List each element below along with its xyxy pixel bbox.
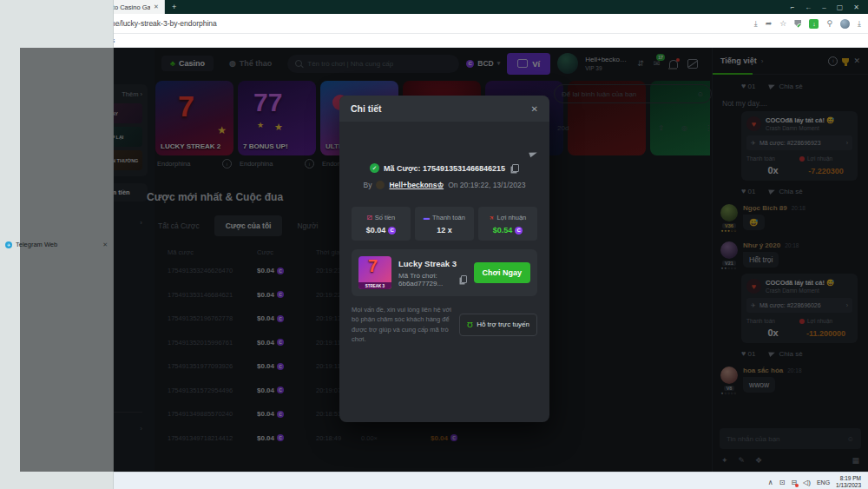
- bet-id: 1754913531466846215: [423, 164, 505, 173]
- browser-tab-bar: cốc cốc b BC.Game: Crypto Casino Ga ✕ $ …: [0, 0, 868, 14]
- bet-detail-modal: Chi tiết ✕ ✓ Mã Cược: 175491353146684621…: [339, 96, 549, 422]
- mini-avatar: [376, 181, 385, 189]
- display-icon[interactable]: ⊡: [779, 479, 786, 486]
- hidden-icons-chevron[interactable]: ∧: [768, 479, 773, 486]
- save-page-icon[interactable]: ⤓: [754, 19, 758, 29]
- game-summary-card: 7 STREAK 3 Lucky Streak 3 Mã Trò chơi: 6…: [352, 249, 537, 296]
- close-window-button[interactable]: ✕: [853, 3, 859, 11]
- volume-icon[interactable]: ◁): [803, 479, 811, 486]
- wallet-icon: ▬: [424, 215, 430, 221]
- system-tray: ∧ ⊡ ⊟ ◁) ENG 8:19 PM 1/13/2023: [768, 475, 868, 489]
- share-bet-icon[interactable]: [529, 144, 537, 160]
- telegram-favicon: ✈: [5, 241, 12, 248]
- coin-icon: [515, 227, 523, 235]
- rocket-icon: ✈: [488, 214, 496, 222]
- copy-icon[interactable]: [461, 275, 466, 283]
- share-icon[interactable]: ➦: [766, 19, 773, 28]
- bettor-username[interactable]: Hell+beckons♔: [389, 181, 444, 189]
- play-now-button[interactable]: Chơi Ngay: [474, 262, 530, 283]
- profile-avatar[interactable]: [840, 19, 850, 29]
- support-note: Mọi vấn đề, xin vui lòng liên hệ với bộ …: [352, 305, 452, 344]
- headset-icon: Ω: [467, 320, 473, 329]
- by-label: By: [364, 181, 372, 189]
- game-thumbnail: 7 STREAK 3: [358, 256, 391, 289]
- taskbar-clock[interactable]: 8:19 PM 1/13/2023: [836, 475, 861, 489]
- game-id: Mã Trò chơi: 6b6ad77729...: [398, 272, 458, 287]
- dice-icon: ⚂: [367, 215, 372, 221]
- modal-title: Chi tiết: [351, 103, 382, 114]
- stat-amount: ⚂Số tiền $0.04: [352, 207, 411, 241]
- bcgame-page: ☰ b BC.GAME Đặc quyền VIP của tôi Thêm ›…: [20, 48, 868, 472]
- stat-payout: ▬Thanh toán 12 x: [415, 207, 474, 241]
- modal-close-button[interactable]: ✕: [531, 104, 538, 114]
- game-name: Lucky Streak 3: [398, 259, 467, 268]
- bookmarks-bar: M Gmail ▶ YouTube Maps: [0, 34, 868, 48]
- windows-taskbar: ∧ ⊡ ⊟ ◁) ENG 8:19 PM 1/13/2023: [0, 472, 868, 489]
- new-tab-button[interactable]: +: [165, 0, 183, 14]
- bet-timestamp: On 20:19:22, 13/1/2023: [448, 181, 525, 189]
- stat-profit: ✈Lợi nhuận $0.54: [478, 207, 537, 241]
- bookmark-star-icon[interactable]: ☆: [779, 19, 786, 28]
- verified-check-icon: ✓: [370, 163, 379, 173]
- language-indicator[interactable]: ENG: [817, 479, 830, 486]
- extensions-icon[interactable]: ⚲: [826, 19, 832, 28]
- copy-icon[interactable]: [512, 164, 519, 172]
- notification-app-icon[interactable]: ⊟: [791, 479, 797, 486]
- coin-icon: [388, 227, 396, 235]
- live-support-button[interactable]: Ω Hỗ trợ trực tuyến: [459, 314, 537, 336]
- maximize-button[interactable]: ▢: [837, 3, 844, 11]
- adblock-shield-icon[interactable]: [794, 20, 801, 28]
- close-tab-icon[interactable]: ✕: [154, 3, 159, 10]
- address-bar: ← → ↻ 🔒︎ bc.game/vi/game/lucky-streak-3-…: [0, 14, 868, 34]
- download-button[interactable]: ↓: [809, 19, 819, 29]
- downloads-tray-icon[interactable]: ⤓: [858, 19, 861, 29]
- window-controls: ⌐ ← – ▢ ✕: [782, 0, 868, 14]
- minimize-button[interactable]: –: [822, 3, 825, 11]
- tab-search-icon[interactable]: ⌐: [791, 3, 795, 11]
- toolbar-icons: ⤓ ➦ ☆ ↓ ⚲ ⤓: [754, 19, 861, 29]
- sidebar-toggle-icon[interactable]: ←: [805, 3, 812, 11]
